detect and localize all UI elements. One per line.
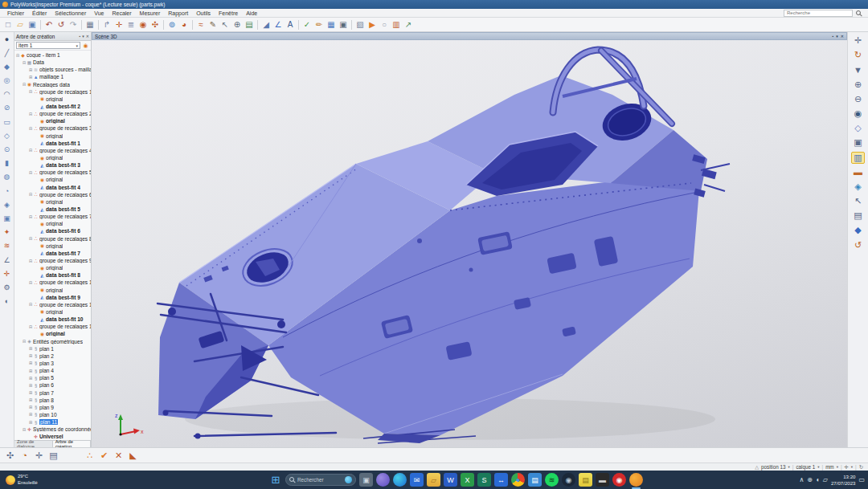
tree-item[interactable]: ⊟◈Entités géométriques: [14, 337, 91, 344]
view-cube-button[interactable]: ◇: [851, 122, 865, 134]
tab-arbre-de-creation[interactable]: Arbre de création: [53, 441, 91, 447]
create-ellipse-button[interactable]: ⊘: [2, 103, 12, 113]
panel-pin-button[interactable]: ▪: [80, 34, 81, 39]
plane-view-button[interactable]: ◈: [851, 181, 865, 193]
text-tool-button[interactable]: A: [285, 19, 296, 31]
align-sliders-button[interactable]: ✣: [4, 450, 16, 462]
robot-sequence-button[interactable]: ◣: [127, 450, 139, 462]
status-units[interactable]: mm: [825, 464, 834, 470]
tree-item[interactable]: ◉original: [14, 264, 91, 271]
points-cluster-button[interactable]: ∴: [84, 450, 96, 462]
distance-button[interactable]: ≋: [2, 241, 12, 251]
tree-item[interactable]: ⊞§plan 9: [14, 404, 91, 411]
grid-points-button[interactable]: ≣: [125, 19, 137, 31]
tree-item[interactable]: ◭data best-fit 5: [14, 206, 91, 213]
visibility-button[interactable]: ◉: [851, 108, 865, 120]
menu-recaler[interactable]: Recaler: [108, 10, 135, 16]
compare-button[interactable]: ◕: [178, 19, 190, 31]
tree-item[interactable]: ◭data best-fit 8: [14, 271, 91, 279]
feature-edit-button[interactable]: ✕: [113, 450, 125, 462]
tree-item[interactable]: ⊟✛Systèmes de coordonnées: [14, 426, 91, 433]
menu-mesurer[interactable]: Mesurer: [136, 10, 165, 16]
tree-item[interactable]: ◭data best-fit 10: [14, 316, 91, 323]
tree-item[interactable]: ◉original: [14, 154, 91, 161]
camera-view-button[interactable]: ▣: [851, 137, 865, 149]
tree-item[interactable]: ⊟◆coque - item 1: [14, 51, 91, 59]
chrome-icon[interactable]: ●: [511, 473, 525, 487]
spotify-icon[interactable]: ≋: [545, 473, 559, 487]
weather-widget[interactable]: 29°C Ensoleillé: [0, 471, 43, 489]
explorer-icon[interactable]: ▱: [427, 473, 440, 487]
chevron-down-icon[interactable]: ▾: [837, 465, 838, 469]
tree-item[interactable]: ⊟◉Recalages data: [14, 81, 91, 88]
tree-item[interactable]: ⊟∴groupe de recalages 3: [14, 124, 91, 132]
zoom-out-button[interactable]: ⊖: [851, 93, 865, 105]
volume-icon[interactable]: ◖: [816, 476, 820, 483]
status-layer[interactable]: calque 1: [796, 464, 815, 470]
split-view-button[interactable]: ▥: [851, 152, 865, 164]
spin-model-button[interactable]: ↺: [851, 239, 865, 251]
tree-item[interactable]: ◭data best-fit 4: [14, 184, 91, 191]
word-icon[interactable]: W: [444, 473, 457, 487]
menu-editer[interactable]: Éditer: [28, 10, 51, 16]
menu-outils[interactable]: Outils: [192, 10, 215, 16]
record-macro-button[interactable]: ○: [379, 19, 390, 31]
tree-item[interactable]: ⊟∴groupe de recalages 5: [14, 169, 91, 176]
create-plane-button[interactable]: ◆: [2, 61, 12, 71]
viewport-close-button[interactable]: ✕: [841, 34, 844, 39]
tree-item[interactable]: ⊟∴groupe de recalages 12: [14, 323, 91, 330]
network-icon[interactable]: ⊕: [807, 476, 813, 483]
panel-close-button[interactable]: ✕: [86, 34, 89, 39]
zoom-tool-button[interactable]: ⊕: [231, 19, 243, 31]
tree-item[interactable]: ◉original: [14, 96, 91, 103]
tree-item[interactable]: ⊟∴groupe de recalages 7: [14, 213, 91, 220]
menu-fichier[interactable]: Fichier: [3, 10, 28, 16]
tree-item[interactable]: ⊟∴groupe de recalages 9: [14, 257, 91, 264]
open-project-button[interactable]: ▱: [14, 19, 26, 31]
menu-fenetre[interactable]: Fenêtre: [215, 10, 242, 16]
gear-tool-button[interactable]: ⚙: [2, 282, 12, 292]
dialog-panel-button[interactable]: ▤: [851, 210, 865, 222]
scan-button[interactable]: ✣: [149, 19, 161, 31]
tree-item[interactable]: ⊞§plan 5: [14, 374, 91, 381]
tree-item[interactable]: ⊞§plan 7: [14, 389, 91, 396]
sequence-button[interactable]: ▥: [391, 19, 402, 31]
color-picker-button[interactable]: ◔: [18, 450, 31, 462]
viewport-menu-button[interactable]: ▾: [836, 34, 838, 39]
surface-mode-button[interactable]: ◆: [851, 224, 865, 236]
pointer-mode-button[interactable]: ↖: [851, 195, 865, 207]
save-button[interactable]: ▣: [27, 19, 38, 31]
notification-center-icon[interactable]: ▭: [858, 476, 865, 483]
tree-item[interactable]: ◭data best-fit 1: [14, 140, 91, 147]
teamviewer-icon[interactable]: ↔: [494, 473, 508, 487]
menu-vue[interactable]: Vue: [90, 10, 108, 16]
search-icon[interactable]: [856, 10, 862, 16]
3d-canvas[interactable]: z x: [92, 40, 847, 447]
menu-search-input[interactable]: [784, 10, 853, 17]
create-sphere-button[interactable]: ◔: [2, 185, 12, 196]
tree-help-button[interactable]: ◉: [82, 43, 89, 49]
tree-item[interactable]: ⊞§plan 10: [14, 411, 91, 418]
tree-item[interactable]: ⊟∴groupe de recalages 6: [14, 191, 91, 198]
zoom-in-button[interactable]: ⊕: [851, 79, 865, 91]
tree-item[interactable]: ◉original: [14, 287, 91, 294]
create-slot-button[interactable]: ⊙: [2, 145, 12, 155]
excel-icon[interactable]: X: [461, 473, 474, 487]
tree-item[interactable]: ⊞§plan 8: [14, 397, 91, 404]
image-button[interactable]: ▧: [354, 19, 366, 31]
comparison-point-button[interactable]: ✛: [2, 268, 12, 279]
chevron-down-icon[interactable]: ▾: [817, 465, 819, 469]
sharepoint-icon[interactable]: S: [477, 473, 491, 487]
status-snap-icon[interactable]: ✛: [845, 464, 849, 470]
fillet-button[interactable]: ◢: [260, 19, 272, 31]
checklist-button[interactable]: ✓: [301, 19, 313, 31]
tree-item[interactable]: ⊞§plan 11: [14, 418, 91, 426]
tree-item[interactable]: ◉original: [14, 220, 91, 227]
start-button[interactable]: ⊞: [269, 474, 282, 486]
annotate-button[interactable]: ✏: [313, 19, 325, 31]
play-macro-button[interactable]: ▶: [366, 19, 378, 31]
alignment-button[interactable]: ✛: [113, 19, 125, 31]
create-mesh-button[interactable]: ◈: [2, 199, 12, 210]
create-box-button[interactable]: ▣: [2, 213, 12, 223]
paint-view-button[interactable]: ▬: [851, 166, 865, 178]
